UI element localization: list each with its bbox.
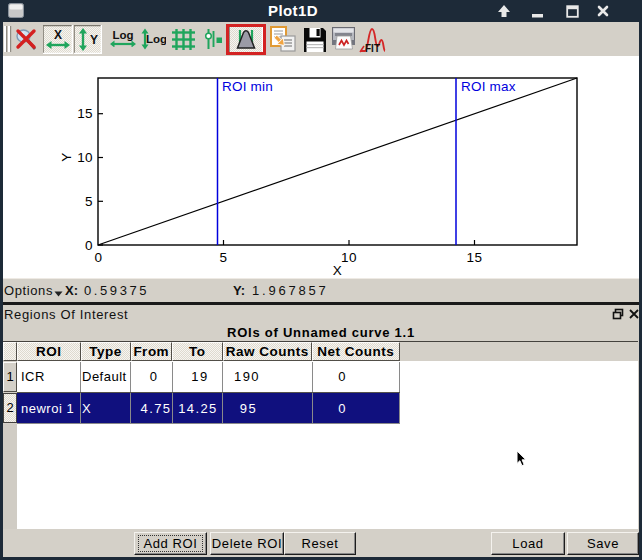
svg-text:Log: Log	[112, 29, 133, 41]
svg-text:5: 5	[85, 194, 93, 209]
svg-text:X: X	[333, 263, 342, 278]
svg-text:Y: Y	[90, 33, 98, 47]
svg-text:0: 0	[95, 250, 103, 265]
svg-text:15: 15	[77, 106, 93, 121]
svg-text:Y: Y	[59, 152, 74, 161]
svg-text:X: X	[54, 28, 62, 42]
svg-text:10: 10	[77, 150, 93, 165]
svg-text:FIT: FIT	[365, 43, 380, 54]
svg-text:15: 15	[467, 250, 483, 265]
svg-text:10: 10	[341, 250, 357, 265]
svg-text:0: 0	[85, 238, 93, 253]
svg-text:Log: Log	[146, 33, 166, 45]
svg-text:ROI max: ROI max	[461, 79, 516, 94]
svg-text:5: 5	[220, 250, 228, 265]
svg-text:ROI min: ROI min	[222, 79, 273, 94]
